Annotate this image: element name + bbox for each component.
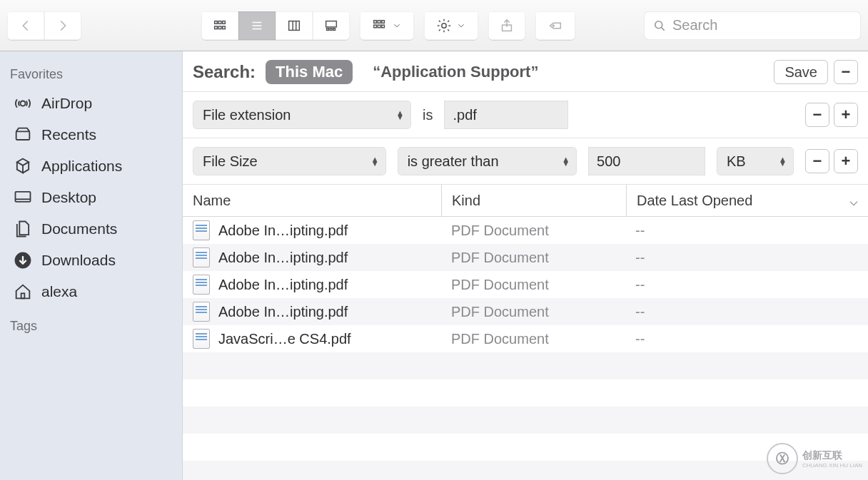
svg-rect-2 bbox=[223, 21, 226, 24]
sidebar-section-favorites: Favorites bbox=[10, 67, 172, 82]
sidebar-item-applications[interactable]: Applications bbox=[7, 150, 175, 182]
collapse-criteria-button[interactable]: − bbox=[834, 60, 858, 84]
chevron-right-icon bbox=[55, 18, 71, 34]
file-kind: PDF Document bbox=[441, 250, 625, 266]
sidebar-item-label: alexa bbox=[41, 283, 169, 300]
home-icon bbox=[13, 282, 33, 302]
svg-point-27 bbox=[21, 101, 26, 106]
gallery-icon bbox=[323, 18, 339, 34]
edit-tags-button[interactable] bbox=[535, 11, 575, 40]
recents-icon bbox=[13, 125, 33, 145]
file-date: -- bbox=[625, 250, 868, 266]
table-row[interactable]: Adobe In…ipting.pdfPDF Document-- bbox=[183, 271, 868, 298]
search-icon bbox=[652, 19, 667, 33]
sidebar-item-label: Documents bbox=[41, 220, 169, 238]
chevron-down-icon bbox=[392, 21, 402, 31]
svg-rect-14 bbox=[330, 28, 332, 30]
column-header-name[interactable]: Name bbox=[183, 185, 442, 216]
applications-icon bbox=[13, 156, 33, 176]
svg-rect-17 bbox=[378, 20, 380, 23]
svg-rect-12 bbox=[326, 21, 337, 26]
file-kind: PDF Document bbox=[441, 223, 625, 239]
criteria-unit-select[interactable]: KB ▲▼ bbox=[717, 147, 794, 175]
share-button[interactable] bbox=[488, 11, 525, 40]
action-button[interactable] bbox=[424, 11, 478, 40]
scope-folder[interactable]: “Application Support” bbox=[363, 60, 548, 84]
table-row[interactable]: Adobe In…ipting.pdfPDF Document-- bbox=[183, 217, 868, 244]
criteria-attribute-select[interactable]: File Size ▲▼ bbox=[193, 147, 386, 175]
empty-row bbox=[183, 379, 868, 407]
save-search-button[interactable]: Save bbox=[774, 60, 828, 84]
sidebar-item-airdrop[interactable]: AirDrop bbox=[7, 88, 175, 119]
search-scope-bar: Search: This Mac “Application Support” S… bbox=[183, 51, 868, 92]
table-row[interactable]: JavaScri…e CS4.pdfPDF Document-- bbox=[183, 325, 868, 352]
chevron-down-icon bbox=[456, 21, 466, 31]
sidebar-item-documents[interactable]: Documents bbox=[7, 213, 175, 245]
updown-icon: ▲▼ bbox=[562, 157, 570, 165]
airdrop-icon bbox=[13, 93, 33, 113]
column-view-button[interactable] bbox=[276, 11, 313, 40]
table-row[interactable]: Adobe In…ipting.pdfPDF Document-- bbox=[183, 298, 868, 325]
svg-rect-28 bbox=[16, 131, 30, 140]
svg-point-25 bbox=[655, 21, 662, 28]
svg-rect-5 bbox=[223, 26, 226, 29]
sidebar-item-label: AirDrop bbox=[41, 95, 169, 112]
updown-icon: ▲▼ bbox=[371, 157, 379, 165]
file-icon bbox=[193, 275, 210, 295]
criteria-attribute-select[interactable]: File extension ▲▼ bbox=[193, 101, 411, 129]
table-row[interactable]: Adobe In…ipting.pdfPDF Document-- bbox=[183, 244, 868, 271]
svg-rect-1 bbox=[218, 21, 221, 24]
forward-button[interactable] bbox=[44, 11, 81, 40]
search-field[interactable]: Search bbox=[644, 11, 861, 40]
sidebar-item-label: Downloads bbox=[41, 252, 169, 269]
sidebar-item-desktop[interactable]: Desktop bbox=[7, 182, 175, 213]
file-icon bbox=[193, 329, 210, 349]
input-value: .pdf bbox=[453, 107, 476, 123]
svg-line-26 bbox=[662, 27, 665, 30]
results-table-header: Name Kind Date Last Opened ⌵ bbox=[183, 185, 868, 217]
sidebar: Favorites AirDrop Recents Applications D… bbox=[0, 51, 183, 480]
arrange-icon bbox=[372, 18, 388, 34]
column-header-kind[interactable]: Kind bbox=[442, 185, 627, 216]
file-name: Adobe In…ipting.pdf bbox=[218, 277, 348, 293]
svg-rect-9 bbox=[289, 21, 300, 30]
scope-this-mac[interactable]: This Mac bbox=[266, 60, 353, 84]
search-placeholder: Search bbox=[672, 17, 717, 34]
svg-rect-0 bbox=[215, 21, 218, 24]
add-criteria-button[interactable]: + bbox=[834, 103, 858, 127]
remove-criteria-button[interactable]: − bbox=[805, 103, 829, 127]
sidebar-item-downloads[interactable]: Downloads bbox=[7, 245, 175, 276]
remove-criteria-button[interactable]: − bbox=[805, 149, 829, 173]
results-table-body: Adobe In…ipting.pdfPDF Document--Adobe I… bbox=[183, 217, 868, 480]
list-view-button[interactable] bbox=[238, 11, 276, 40]
criteria-operator-select[interactable]: is greater than ▲▼ bbox=[398, 147, 577, 175]
sidebar-item-label: Desktop bbox=[41, 189, 169, 206]
file-icon bbox=[193, 247, 210, 267]
column-header-date[interactable]: Date Last Opened ⌵ bbox=[627, 185, 868, 216]
chevron-left-icon bbox=[18, 18, 34, 34]
file-kind: PDF Document bbox=[441, 331, 625, 347]
file-date: -- bbox=[625, 223, 868, 239]
select-value: File extension bbox=[203, 107, 291, 123]
criteria-value-input[interactable]: 500 bbox=[588, 147, 705, 175]
add-criteria-button[interactable]: + bbox=[834, 149, 858, 173]
back-button[interactable] bbox=[7, 11, 44, 40]
file-icon bbox=[193, 302, 210, 322]
arrange-button-group bbox=[360, 11, 414, 40]
sidebar-item-home[interactable]: alexa bbox=[7, 276, 175, 307]
sidebar-item-label: Recents bbox=[41, 126, 169, 143]
criteria-value-input[interactable]: .pdf bbox=[444, 101, 568, 129]
main-area: Search: This Mac “Application Support” S… bbox=[183, 51, 868, 480]
gallery-view-button[interactable] bbox=[313, 11, 350, 40]
arrange-button[interactable] bbox=[360, 11, 414, 40]
svg-rect-4 bbox=[218, 26, 221, 29]
svg-rect-21 bbox=[382, 25, 385, 28]
criteria-row: File extension ▲▼ is .pdf − + bbox=[183, 92, 868, 138]
tags-button-group bbox=[535, 11, 575, 40]
svg-point-22 bbox=[442, 23, 446, 27]
updown-icon: ▲▼ bbox=[396, 111, 404, 119]
column-header-label: Date Last Opened bbox=[637, 193, 752, 209]
sort-indicator-icon: ⌵ bbox=[849, 192, 858, 209]
sidebar-item-recents[interactable]: Recents bbox=[7, 119, 175, 150]
icon-view-button[interactable] bbox=[201, 11, 238, 40]
